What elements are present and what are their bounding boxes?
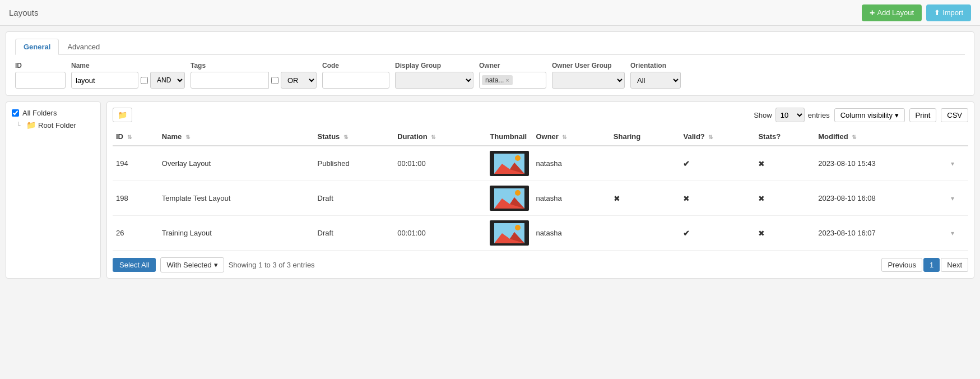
tab-advanced[interactable]: Advanced [59,39,108,54]
code-input[interactable] [322,72,389,89]
id-input[interactable] [15,72,66,89]
showing-text: Showing 1 to 3 of 3 entries [229,261,315,269]
col-name[interactable]: Name ⇅ [159,128,314,146]
owner-tag: nata... × [482,75,513,85]
row-action-button[interactable]: ▾ [951,195,954,202]
previous-button[interactable]: Previous [881,258,922,272]
import-button[interactable]: ⬆ Import [926,4,971,21]
with-selected-arrow: ▾ [214,261,218,269]
print-button[interactable]: Print [909,108,937,122]
column-visibility-button[interactable]: Column visibility ▾ [834,108,905,122]
plus-icon: + [870,8,875,18]
code-label: Code [322,62,389,70]
all-folders-checkbox[interactable] [12,109,19,117]
sidebar-item-all-folders[interactable]: All Folders [12,108,95,118]
owner-label: Owner [479,62,546,70]
all-folders-label: All Folders [22,109,57,117]
orientation-select[interactable]: All Landscape Portrait [630,72,681,89]
row-stats: ✖ [755,181,815,216]
display-group-select[interactable] [395,72,473,89]
row-name: Overlay Layout [159,146,314,181]
orientation-label: Orientation [630,62,681,70]
entries-label: entries [808,111,830,119]
row-valid: ✖ [680,181,755,216]
row-duration [394,181,486,216]
name-input[interactable] [71,72,138,89]
table-row: 198 Template Test Layout Draft [113,181,968,216]
row-name: Training Layout [159,216,314,251]
show-select[interactable]: 10 25 50 100 [775,108,805,122]
col-duration[interactable]: Duration ⇅ [394,128,486,146]
filter-display-group: Display Group [395,62,473,89]
row-action-button[interactable]: ▾ [951,160,954,168]
thumbnail-image [490,151,529,176]
valid-check-icon: ✔ [683,159,690,168]
table-header: ID ⇅ Name ⇅ Status ⇅ Duration ⇅ Thumbnai… [113,128,968,146]
folder-button[interactable]: 📁 [113,108,132,122]
row-duration: 00:01:00 [394,146,486,181]
thumbnail-image [490,186,529,211]
row-duration: 00:01:00 [394,216,486,251]
filter-tags: Tags OR AND [191,62,317,89]
thumbnail-svg [494,188,524,209]
filter-name: Name AND OR [71,62,185,89]
name-checkbox[interactable] [141,77,148,84]
row-modified: 2023-08-10 15:43 [815,146,948,181]
table-footer: Select All With Selected ▾ Showing 1 to … [113,257,968,272]
row-valid: ✔ [680,146,755,181]
tags-input[interactable] [191,72,269,89]
footer-left: Select All With Selected ▾ Showing 1 to … [113,257,315,272]
csv-button[interactable]: CSV [941,108,968,122]
row-stats: ✖ [755,216,815,251]
filter-owner-user-group: Owner User Group [552,62,625,89]
row-action-button[interactable]: ▾ [951,229,954,237]
col-actions [948,128,968,146]
tags-operator-select[interactable]: OR AND [281,72,317,89]
tags-input-group: OR AND [191,72,317,89]
row-thumbnail [486,146,532,181]
filter-code: Code [322,62,389,89]
svg-point-7 [515,190,521,196]
show-label: Show [754,111,772,119]
sidebar-folder-root[interactable]: └ 📁 Root Folder [12,118,95,130]
filter-tabs: General Advanced [15,39,965,55]
row-action: ▾ [948,146,968,181]
name-operator-select[interactable]: AND OR [150,72,185,89]
status-sort-icon: ⇅ [343,134,348,140]
with-selected-label: With Selected [166,261,211,269]
add-layout-button[interactable]: + Add Layout [862,4,922,21]
owner-user-group-label: Owner User Group [552,62,625,70]
tab-general[interactable]: General [15,39,59,55]
col-modified[interactable]: Modified ⇅ [815,128,948,146]
col-status[interactable]: Status ⇅ [314,128,394,146]
row-modified: 2023-08-10 16:07 [815,216,948,251]
select-all-button[interactable]: Select All [113,258,156,272]
row-id: 26 [113,216,159,251]
owner-tag-remove[interactable]: × [505,77,509,84]
add-layout-label: Add Layout [877,8,914,17]
row-sharing [610,216,680,251]
row-owner: natasha [532,146,610,181]
page-title: Layouts [9,8,39,17]
owner-input-container[interactable]: nata... × [479,72,546,89]
row-stats: ✖ [755,146,815,181]
folder-icon: 📁 [26,121,36,130]
name-sort-icon: ⇅ [185,134,190,140]
row-name: Template Test Layout [159,181,314,216]
page-1-button[interactable]: 1 [923,258,940,272]
filter-panel: General Advanced ID Name AND OR Tags [6,31,974,96]
owner-user-group-select[interactable] [552,72,625,89]
col-id[interactable]: ID ⇅ [113,128,159,146]
table-row: 26 Training Layout Draft 00:01:00 [113,216,968,251]
table-panel: 📁 Show 10 25 50 100 entries Column visib… [106,101,974,279]
col-owner[interactable]: Owner ⇅ [532,128,610,146]
owner-sort-icon: ⇅ [562,134,566,140]
with-selected-button[interactable]: With Selected ▾ [160,257,224,272]
id-sort-icon: ⇅ [127,134,132,140]
next-button[interactable]: Next [941,258,968,272]
row-status: Published [314,146,394,181]
tags-checkbox[interactable] [271,77,278,84]
valid-cross-icon: ✖ [683,194,690,203]
filter-row: ID Name AND OR Tags OR AND [15,62,965,89]
col-valid[interactable]: Valid? ⇅ [680,128,755,146]
